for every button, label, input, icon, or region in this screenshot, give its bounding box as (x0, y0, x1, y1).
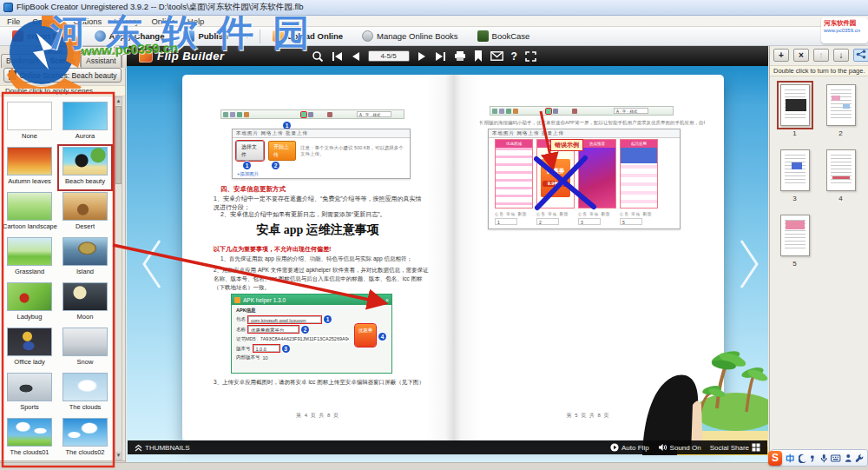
menu-convert[interactable]: Convert (32, 17, 61, 26)
list-item: 1、首先保证用款 app 应用的介绍、功能、特色等信息与实际 app 信息相符； (220, 255, 425, 263)
sound-toggle[interactable]: Sound On (658, 443, 701, 452)
email-icon[interactable] (490, 51, 503, 61)
scene-thumbnail (62, 147, 108, 175)
book-page-right[interactable]: A · 字 · 样式 长期版的海报编码小助手，优质兼容迷你APP第一屏，配以让智… (453, 75, 724, 440)
scene-item-island[interactable]: Island (58, 235, 112, 281)
punctuation-icon[interactable] (810, 453, 817, 463)
page-indicator[interactable]: 4-5/5 (368, 50, 410, 62)
page-thumbnail-2[interactable]: 2 (818, 81, 864, 146)
play-icon (610, 443, 619, 452)
scene-item-beach-beauty[interactable]: Beach beauty (58, 145, 112, 190)
menu-file[interactable]: File (7, 17, 20, 26)
next-page-icon[interactable] (418, 51, 427, 62)
apk-helper-dialog-screenshot: APK helper 1.3.0 × APK信息 包名 com.kingsoft… (231, 294, 392, 374)
annotation-badge-2: 2 (272, 162, 279, 169)
page-thumbnail-1[interactable]: 1 (772, 81, 818, 146)
scene-thumbnail (62, 192, 108, 221)
last-page-icon[interactable] (435, 51, 446, 62)
tab-bookmark[interactable]: Bookmark (1, 54, 44, 68)
first-page-icon[interactable] (332, 51, 343, 62)
highlighted-toolbar-icon (546, 109, 551, 114)
annotation-badge-1: 1 (243, 162, 251, 169)
menu-options[interactable]: Options (74, 17, 102, 26)
scene-item-the-clouds02[interactable]: The clouds02 (58, 416, 112, 460)
publish-button[interactable]: Publish (176, 28, 234, 44)
flipbook-creator-window: FlipBook Creator Unregistered 3.9.2 -- D… (0, 0, 868, 470)
add-page-button[interactable]: + (773, 49, 789, 62)
skin-person-icon[interactable] (845, 453, 852, 463)
window-title: FlipBook Creator Unregistered 3.9.2 -- D… (16, 2, 303, 13)
social-share-button[interactable]: Social Share (710, 443, 760, 452)
scene-item-autumn-leaves[interactable]: Autumn leaves (3, 145, 56, 190)
bookmark-icon[interactable] (474, 50, 483, 62)
auto-flip-button[interactable]: Auto Flip (610, 443, 649, 452)
annotation-badge-4: 4 (378, 333, 386, 341)
flip-previous-chevron[interactable] (139, 237, 165, 291)
manage-online-books-button[interactable]: Manage Online Books (355, 28, 464, 44)
scroll-down-arrow[interactable]: ▼ (115, 452, 122, 460)
move-page-down-button[interactable]: ↓ (833, 49, 849, 62)
page-thumbnail-4[interactable]: 4 (818, 146, 864, 211)
scene-item-none[interactable]: None (3, 100, 56, 145)
toolbox-wrench-icon[interactable] (855, 453, 864, 463)
share-nodes-icon (856, 50, 866, 59)
thumbnails-toggle[interactable]: THUMBNAILS (135, 444, 190, 452)
scene-item-desert[interactable]: Desert (58, 190, 112, 235)
fullhalf-moon-icon[interactable] (799, 453, 807, 463)
page-thumbnail-5[interactable]: 5 (772, 211, 818, 276)
scene-item-moon[interactable]: Moon (58, 281, 112, 326)
upload-online-label: Upload Online (287, 31, 343, 41)
import-pdf-label: Import PDF (27, 31, 69, 41)
ime-toolbar[interactable]: S (771, 449, 868, 467)
bookcase-button[interactable]: BookCase (470, 28, 537, 44)
scene-item-grassland[interactable]: Grassland (3, 235, 56, 281)
flip-next-chevron[interactable] (736, 237, 762, 291)
apply-change-button[interactable]: Apply Change (88, 28, 172, 44)
scene-item-the-clouds[interactable]: The clouds (58, 371, 112, 416)
page-thumbnail-grid: 1 2 3 4 5 (772, 81, 864, 276)
scene-thumbnail (7, 102, 52, 130)
menu-online[interactable]: Online (151, 17, 174, 26)
publish-dropdown-caret[interactable]: ▼ (240, 30, 254, 42)
scene-item-ladybug[interactable]: Ladybug (3, 281, 56, 326)
warning-text: 以下几点为重要事项，不允许出现任何偏差! (214, 245, 426, 254)
scene-item-aurora[interactable]: Aurora (58, 100, 112, 145)
scene-item-cartoon-landscape[interactable]: Cartoon landscape (3, 190, 56, 235)
viewer-toolbar: Flip Builder 4-5/5 (127, 46, 768, 66)
chinese-mode-icon[interactable] (786, 453, 794, 463)
doc-editor-toolbar: A · 字 · 样式 (220, 109, 404, 119)
scene-list-scrollbar[interactable]: ▲ ▼ (115, 96, 122, 460)
scrollbar-thumb[interactable] (115, 106, 122, 184)
coupon-app-icon: 优惠券 (355, 324, 376, 347)
prev-page-icon[interactable] (351, 51, 360, 62)
tab-scenes[interactable]: Scenes (44, 53, 81, 67)
import-pdf-button[interactable]: Import PDF (5, 28, 76, 44)
menu-help[interactable]: Help (187, 17, 205, 26)
scene-item-office-lady[interactable]: Office lady (3, 326, 56, 371)
book-page-left[interactable]: A · 字 · 样式 1 本地图片 网络上传 批量上传 选择文件 开始上传 注意… (182, 75, 453, 440)
sogou-logo[interactable]: S (768, 451, 782, 466)
toolbar-separator (260, 30, 260, 43)
scene-thumbnail (7, 282, 52, 311)
move-page-up-button[interactable]: ↑ (813, 49, 829, 62)
scene-book-icon (9, 70, 16, 80)
zoom-icon[interactable] (312, 50, 324, 63)
keyboard-icon[interactable] (831, 454, 840, 462)
scroll-up-arrow[interactable]: ▲ (115, 97, 122, 105)
apply-change-icon (95, 30, 106, 42)
apk-version-field: 1.0.0 (253, 345, 279, 352)
delete-page-button[interactable]: × (793, 49, 809, 62)
online-scenes-button[interactable]: Online Scenes: Beach beauty (3, 68, 122, 83)
scene-item-the-clouds01[interactable]: The clouds01 (3, 416, 56, 460)
page-thumbnail-3[interactable]: 3 (772, 146, 818, 211)
print-icon[interactable] (454, 50, 466, 62)
scene-item-snow[interactable]: Snow (58, 326, 112, 371)
upload-online-button[interactable]: Upload Online (266, 28, 350, 44)
fullscreen-icon[interactable] (525, 51, 536, 62)
menu-library[interactable]: Library (114, 17, 139, 26)
help-icon[interactable]: ? (511, 50, 517, 63)
tab-assistant[interactable]: Assistant (81, 54, 122, 68)
mic-icon[interactable] (820, 453, 828, 463)
scene-item-sports[interactable]: Sports (3, 371, 56, 416)
view-mode-button[interactable] (853, 49, 868, 62)
